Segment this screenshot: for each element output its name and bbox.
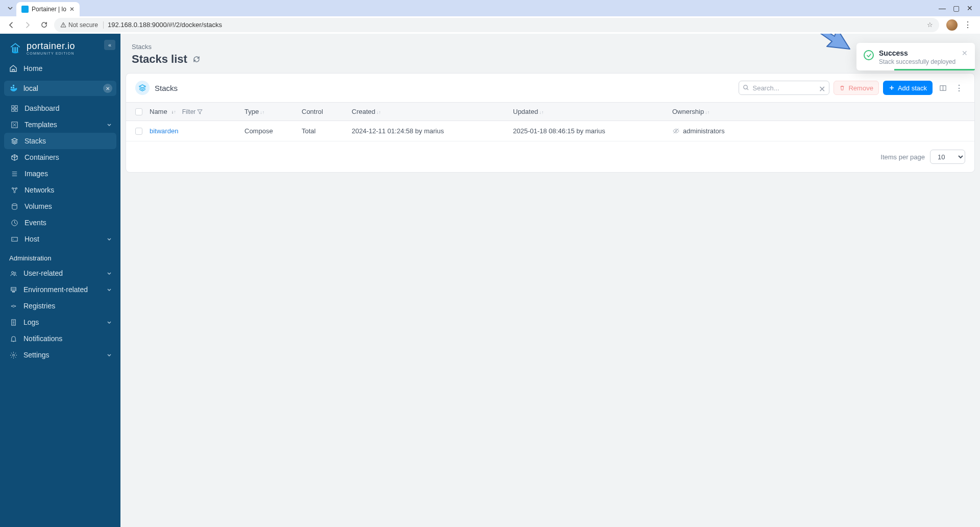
table-footer: Items per page 10: [126, 141, 974, 172]
security-label: Not secure: [68, 21, 98, 29]
svg-point-19: [12, 203, 16, 205]
volumes-icon: [9, 202, 19, 211]
sidebar-header: portainer.io COMMUNITY EDITION «: [0, 34, 120, 60]
table-header: Name ↓↑ Filter Type↓↑ Control Created↓↑ …: [126, 102, 974, 121]
logo-subtitle: COMMUNITY EDITION: [27, 52, 75, 55]
remove-button[interactable]: Remove: [834, 81, 878, 95]
chevron-down-icon: [106, 352, 112, 358]
reload-button[interactable]: [38, 19, 50, 31]
sidebar-item-containers[interactable]: Containers: [0, 149, 120, 165]
sidebar-item-environment-related[interactable]: Environment-related: [0, 281, 120, 298]
home-icon: [8, 64, 18, 73]
column-header-name[interactable]: Name ↓↑ Filter: [150, 108, 244, 115]
sidebar-environment-badge[interactable]: local ✕: [4, 81, 116, 96]
profile-avatar[interactable]: [946, 19, 958, 31]
tab-dropdown[interactable]: [4, 2, 16, 14]
svg-rect-5: [11, 87, 12, 88]
add-stack-button[interactable]: Add stack: [883, 81, 933, 95]
cell-created: 2024-12-11 01:24:58 by marius: [352, 127, 513, 135]
sidebar-section-administration: Administration: [0, 247, 120, 265]
sidebar-item-images[interactable]: Images: [0, 165, 120, 182]
columns-toggle-icon[interactable]: [937, 82, 949, 94]
sidebar-item-user-related[interactable]: User-related: [0, 265, 120, 281]
sidebar-item-events[interactable]: Events: [0, 214, 120, 231]
column-header-created[interactable]: Created↓↑: [352, 108, 513, 115]
address-bar[interactable]: Not secure 192.168.0.188:9000/#!/2/docke…: [54, 18, 939, 32]
panel-menu-icon[interactable]: ⋮: [953, 82, 965, 94]
app-root: portainer.io COMMUNITY EDITION « Home lo…: [0, 34, 980, 527]
address-url: 192.168.0.188:9000/#!/2/docker/stacks: [108, 21, 222, 29]
panel-actions: ✕ Remove Add stack ⋮: [739, 81, 965, 95]
search-input[interactable]: [739, 81, 829, 95]
column-header-updated[interactable]: Updated↓↑: [513, 108, 672, 115]
sidebar-item-home[interactable]: Home: [0, 60, 120, 77]
sidebar-collapse-button[interactable]: «: [104, 40, 115, 50]
containers-icon: [9, 153, 19, 162]
breadcrumb[interactable]: Stacks: [120, 34, 980, 53]
sidebar-item-registries[interactable]: Registries: [0, 298, 120, 314]
sidebar-item-host[interactable]: Host: [0, 231, 120, 247]
environment-close-icon[interactable]: ✕: [103, 84, 112, 93]
clear-search-icon[interactable]: ✕: [819, 84, 825, 94]
maximize-icon[interactable]: ▢: [953, 4, 960, 12]
minimize-icon[interactable]: —: [939, 4, 946, 12]
sidebar-label: Templates: [24, 121, 57, 129]
success-toast: Success Stack successfully deployed ✕: [856, 43, 975, 70]
close-window-icon[interactable]: ✕: [967, 4, 973, 12]
filter-button[interactable]: Filter: [182, 108, 203, 115]
svg-point-22: [13, 238, 13, 239]
trash-icon: [839, 85, 845, 91]
sidebar-item-notifications[interactable]: Notifications: [0, 330, 120, 347]
svg-point-23: [11, 271, 13, 273]
search-icon: [743, 84, 749, 91]
column-header-control: Control: [302, 108, 352, 115]
sort-icon: ↓↑: [260, 110, 264, 114]
sidebar-item-volumes[interactable]: Volumes: [0, 198, 120, 214]
browser-tab[interactable]: Portainer | lo ✕: [16, 2, 80, 16]
docker-whale-icon: [9, 84, 19, 92]
items-per-page-select[interactable]: 10: [930, 150, 965, 164]
sidebar-item-settings[interactable]: Settings: [0, 347, 120, 363]
row-checkbox[interactable]: [135, 128, 142, 135]
tab-close-icon[interactable]: ✕: [69, 6, 75, 13]
events-icon: [9, 218, 19, 227]
forward-button[interactable]: [21, 19, 34, 31]
select-all-checkbox[interactable]: [135, 108, 142, 115]
sort-icon: ↓↑: [172, 110, 176, 114]
browser-right-controls: ⋮: [943, 19, 975, 31]
table-row: bitwarden Compose Total 2024-12-11 01:24…: [126, 121, 974, 141]
search-box: ✕: [739, 81, 829, 95]
svg-rect-7: [13, 85, 14, 86]
environment-icon: [8, 285, 18, 294]
security-badge[interactable]: Not secure: [60, 21, 104, 29]
sidebar-item-stacks[interactable]: Stacks: [4, 133, 116, 149]
stacks-panel: Stacks ✕ Remove Add stack: [126, 73, 975, 173]
panel-header: Stacks ✕ Remove Add stack: [126, 74, 974, 102]
sidebar-label: Events: [24, 219, 46, 227]
stack-name-link[interactable]: bitwarden: [150, 127, 178, 135]
back-button[interactable]: [5, 19, 17, 31]
sidebar-label: Networks: [24, 186, 54, 194]
svg-rect-6: [13, 87, 14, 88]
sort-icon: ↓↑: [705, 110, 709, 114]
cell-control: Total: [302, 127, 352, 135]
chevron-down-icon: [106, 122, 112, 128]
toast-message: Stack successfully deployed: [879, 58, 957, 65]
sidebar-label: Registries: [23, 302, 55, 310]
sidebar-item-networks[interactable]: Networks: [0, 182, 120, 198]
toast-progress-bar: [894, 69, 975, 70]
column-header-ownership[interactable]: Ownership↓↑: [672, 108, 965, 115]
browser-menu-icon[interactable]: ⋮: [964, 20, 972, 30]
bookmark-star-icon[interactable]: ☆: [927, 21, 933, 29]
sidebar-item-templates[interactable]: Templates: [0, 116, 120, 133]
sidebar-item-dashboard[interactable]: Dashboard: [0, 100, 120, 116]
page-title-text: Stacks list: [132, 53, 187, 66]
add-label: Add stack: [898, 84, 927, 92]
refresh-icon[interactable]: [192, 55, 201, 63]
column-header-type[interactable]: Type↓↑: [244, 108, 302, 115]
sidebar-item-logs[interactable]: Logs: [0, 314, 120, 330]
sidebar-label: Containers: [24, 153, 59, 161]
host-icon: [9, 234, 19, 244]
environment-name: local: [23, 84, 38, 92]
toast-close-icon[interactable]: ✕: [962, 49, 968, 65]
